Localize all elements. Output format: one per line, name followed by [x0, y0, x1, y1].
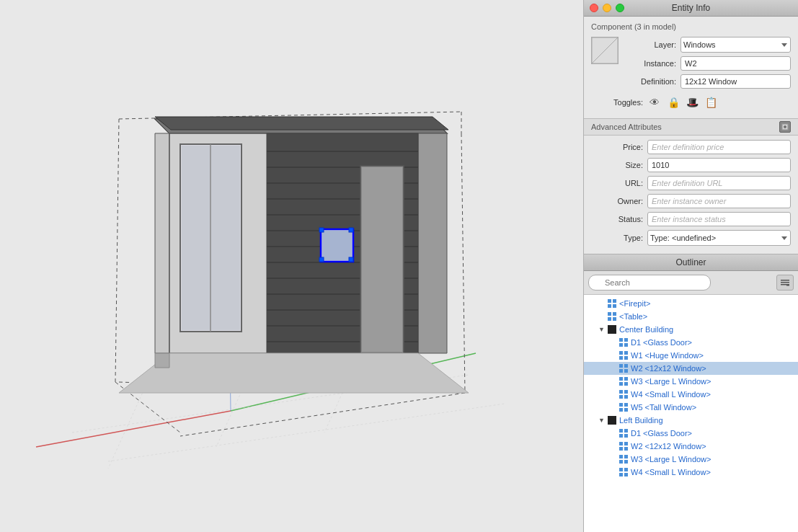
tree-item-d1-glass-door[interactable]: D1 <Glass Door>	[584, 336, 798, 349]
size-label: Size:	[591, 161, 643, 169]
tree-label-lb-w2-12x12: W2 <12x12 Window>	[631, 442, 706, 451]
size-input[interactable]	[647, 158, 791, 172]
toggles-row: Toggles: 👁 🔒 🎩 📋	[591, 95, 791, 110]
svg-rect-63	[608, 312, 611, 316]
zoom-button[interactable]	[616, 4, 624, 12]
svg-rect-69	[624, 338, 628, 342]
outliner-titlebar: Outliner	[584, 254, 798, 271]
tree-label-w1-huge-window: W1 <Huge Window>	[631, 351, 704, 360]
tree-item-w1-huge-window[interactable]: W1 <Huge Window>	[584, 349, 798, 362]
type-select[interactable]: Type: <undefined>	[647, 230, 791, 246]
definition-label: Definition:	[624, 77, 676, 86]
tree-item-left-building[interactable]: ▼Left Building	[584, 414, 798, 427]
svg-rect-89	[624, 403, 628, 407]
instance-input[interactable]	[680, 56, 791, 71]
svg-rect-103	[619, 460, 623, 464]
svg-rect-81	[624, 377, 628, 381]
status-label: Status:	[591, 215, 643, 223]
tree-label-table: <Table>	[619, 312, 647, 321]
svg-rect-97	[619, 442, 623, 445]
search-input[interactable]	[588, 275, 711, 291]
tree-label-w2-12x12-window: W2 <12x12 Window>	[631, 364, 706, 373]
close-button[interactable]	[590, 4, 598, 12]
status-input[interactable]	[647, 212, 791, 226]
tree-arrow-left-building: ▼	[598, 417, 606, 424]
tree-item-firepit[interactable]: <Firepit>	[584, 297, 798, 310]
toggles-label: Toggles:	[591, 98, 643, 107]
advanced-attrs-button[interactable]	[779, 121, 791, 133]
svg-rect-44	[349, 228, 353, 232]
visibility-toggle[interactable]: 👁	[647, 95, 662, 110]
tree-item-w2-12x12-window[interactable]: W2 <12x12 Window>	[584, 362, 798, 375]
definition-row: Definition:	[624, 74, 791, 89]
svg-rect-92	[608, 416, 616, 425]
entity-info-content: Component (3 in model) Layer: Windows	[584, 17, 798, 118]
svg-rect-66	[613, 317, 616, 321]
type-label: Type:	[591, 234, 643, 242]
svg-rect-94	[624, 429, 628, 433]
tree-label-lb-w3-large-l: W3 <Large L Window>	[631, 455, 711, 464]
tree-item-lb-w3-large-l[interactable]: W3 <Large L Window>	[584, 453, 798, 466]
solid-icon-center-building	[607, 324, 617, 334]
tree-label-center-building: Center Building	[619, 325, 673, 334]
svg-rect-77	[624, 364, 628, 368]
outliner-tree[interactable]: <Firepit><Table>▼Center BuildingD1 <Glas…	[584, 295, 798, 532]
outliner-panel: Outliner 🔍 <Firepit><Table>▼Center Build…	[584, 254, 798, 532]
svg-rect-101	[619, 455, 623, 458]
svg-rect-83	[624, 382, 628, 386]
svg-rect-90	[619, 408, 623, 412]
svg-rect-91	[624, 408, 628, 412]
advanced-fields: Price: Size: URL: Owner: Status: Type:	[584, 136, 798, 254]
svg-rect-56	[781, 282, 789, 283]
minimize-button[interactable]	[603, 4, 611, 12]
price-input[interactable]	[647, 140, 791, 154]
svg-rect-45	[319, 257, 324, 262]
svg-rect-65	[608, 317, 611, 321]
grid-icon-d1-glass-door	[619, 337, 629, 347]
svg-rect-93	[619, 429, 623, 433]
url-row: URL:	[591, 176, 791, 190]
grid-icon-w2-12x12-window	[619, 363, 629, 373]
tree-item-lb-d1-glass-door[interactable]: D1 <Glass Door>	[584, 427, 798, 440]
advanced-attrs-label: Advanced Attributes	[591, 123, 662, 131]
svg-rect-72	[619, 351, 623, 355]
svg-rect-87	[624, 395, 628, 399]
owner-input[interactable]	[647, 194, 791, 208]
svg-rect-102	[624, 455, 628, 458]
tree-item-lb-w2-12x12[interactable]: W2 <12x12 Window>	[584, 440, 798, 453]
tree-item-table[interactable]: <Table>	[584, 310, 798, 323]
svg-rect-108	[624, 473, 628, 476]
cast-shadows-toggle[interactable]: 🎩	[685, 95, 699, 110]
svg-rect-46	[349, 257, 353, 262]
outliner-action-button[interactable]	[776, 275, 794, 291]
grid-icon-w4-small-l-window	[619, 389, 629, 399]
grid-icon-table	[607, 311, 617, 322]
tree-item-w3-large-l-window[interactable]: W3 <Large L Window>	[584, 375, 798, 388]
definition-input[interactable]	[680, 74, 791, 89]
layer-select[interactable]: Windows	[680, 37, 791, 53]
tree-arrow-center-building: ▼	[598, 326, 606, 333]
lock-toggle[interactable]: 🔒	[666, 95, 680, 110]
svg-rect-58	[786, 285, 789, 286]
tree-label-w4-small-l-window: W4 <Small L Window>	[631, 390, 711, 399]
url-input[interactable]	[647, 176, 791, 190]
svg-rect-107	[619, 473, 623, 476]
tree-item-w5-tall-window[interactable]: W5 <Tall Window>	[584, 401, 798, 414]
svg-rect-104	[624, 460, 628, 464]
solid-icon-left-building	[607, 415, 617, 425]
3d-viewport[interactable]	[0, 0, 583, 532]
receive-shadows-toggle[interactable]: 📋	[704, 95, 718, 110]
tree-item-w4-small-l-window[interactable]: W4 <Small L Window>	[584, 388, 798, 401]
grid-icon-w3-large-l-window	[619, 376, 629, 386]
svg-rect-71	[624, 343, 628, 347]
svg-rect-75	[624, 356, 628, 360]
tree-item-lb-w4-small-l[interactable]: W4 <Small L Window>	[584, 466, 798, 479]
owner-row: Owner:	[591, 194, 791, 208]
grid-icon-lb-w4-small-l	[619, 467, 629, 477]
grid-icon-lb-w2-12x12	[619, 441, 629, 451]
tree-item-center-building[interactable]: ▼Center Building	[584, 323, 798, 336]
svg-rect-96	[624, 434, 628, 438]
search-wrapper: 🔍	[588, 275, 773, 291]
svg-marker-18	[155, 133, 169, 353]
toggle-icons: 👁 🔒 🎩 📋	[647, 95, 718, 110]
